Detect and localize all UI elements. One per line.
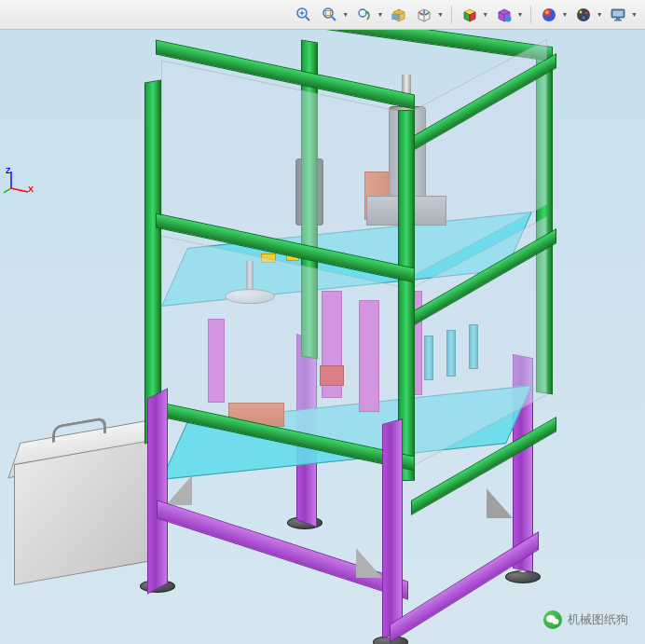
appearance-sphere-icon [541, 7, 557, 23]
corner-gusset [356, 548, 382, 578]
leveling-foot [505, 570, 541, 583]
dropdown-arrow-icon[interactable]: ▼ [482, 11, 488, 18]
svg-rect-17 [613, 10, 624, 16]
enclosure-post-front-left [144, 79, 161, 444]
apply-scene-button[interactable] [574, 4, 594, 26]
wechat-icon [543, 610, 562, 629]
display-style-button[interactable] [460, 4, 479, 26]
dropdown-arrow-icon[interactable]: ▼ [437, 11, 444, 18]
svg-point-13 [580, 10, 583, 13]
dropdown-arrow-icon[interactable]: ▼ [631, 11, 638, 18]
svg-point-14 [585, 11, 588, 14]
svg-rect-18 [616, 18, 620, 20]
toolbar-separator [530, 6, 531, 24]
dropdown-arrow-icon[interactable]: ▼ [377, 11, 384, 18]
svg-point-7 [359, 9, 366, 17]
dropdown-arrow-icon[interactable]: ▼ [342, 11, 349, 18]
heads-up-view-toolbar: ▼ ▼ ▼ ▼ [0, 0, 645, 30]
svg-point-4 [323, 8, 333, 18]
dropdown-arrow-icon[interactable]: ▼ [597, 11, 603, 18]
svg-rect-19 [614, 20, 622, 21]
watermark-label: 机械图纸狗 [568, 611, 628, 628]
corner-gusset [166, 475, 192, 505]
svg-point-10 [504, 15, 511, 21]
section-icon [391, 7, 407, 23]
svg-point-12 [577, 8, 590, 21]
toolbar-separator [451, 6, 452, 24]
svg-point-24 [553, 619, 559, 624]
cad-model-assembly[interactable] [0, 30, 645, 644]
orientation-cube-icon [416, 7, 432, 23]
prev-view-icon [356, 7, 373, 23]
svg-rect-6 [325, 10, 330, 15]
monitor-icon [610, 7, 626, 23]
svg-line-1 [306, 17, 309, 21]
machine-enclosure [117, 58, 555, 459]
section-view-button[interactable] [390, 4, 409, 26]
graphics-viewport[interactable]: Z X [0, 30, 645, 644]
previous-view-button[interactable] [354, 4, 374, 26]
hide-show-button[interactable] [494, 4, 514, 26]
svg-point-15 [583, 16, 585, 19]
corner-gusset [487, 488, 513, 518]
view-settings-button[interactable] [609, 4, 628, 26]
view-orientation-button[interactable] [415, 4, 434, 26]
stand-leg-front-right [382, 418, 403, 638]
stand-rail-right [390, 531, 539, 643]
dropdown-arrow-icon[interactable]: ▼ [562, 11, 569, 18]
hide-show-icon [496, 7, 513, 23]
zoom-to-area-button[interactable] [295, 4, 314, 26]
watermark: 机械图纸狗 [543, 610, 628, 629]
edit-appearance-button[interactable] [539, 4, 558, 26]
scene-icon [575, 7, 592, 23]
zoom-to-fit-button[interactable] [320, 4, 339, 26]
display-style-icon [461, 7, 478, 23]
svg-line-5 [332, 17, 336, 21]
svg-point-11 [542, 8, 556, 21]
magnifier-fit-icon [322, 7, 338, 23]
dropdown-arrow-icon[interactable]: ▼ [516, 11, 523, 18]
svg-rect-9 [391, 14, 400, 20]
stand-leg-front-left [147, 388, 168, 595]
control-box-body [14, 438, 163, 585]
magnifier-icon [295, 7, 312, 23]
